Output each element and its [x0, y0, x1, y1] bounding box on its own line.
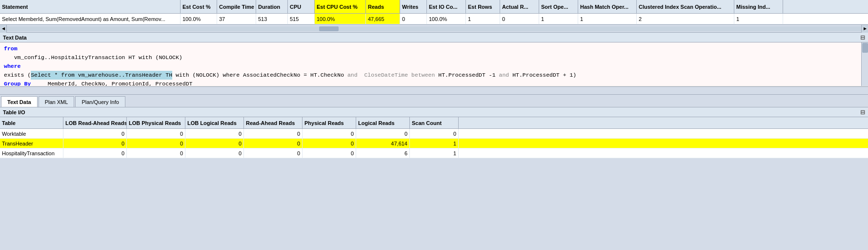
io-header-table[interactable]: Table — [0, 117, 63, 128]
io-cell-1-7: 1 — [410, 139, 459, 148]
tab-2[interactable]: Plan/Query Info — [75, 96, 125, 107]
grid-header-estcpucost[interactable]: Est CPU Cost % — [315, 0, 366, 13]
io-cell-2-0: HospitalityTransaction — [0, 148, 63, 158]
io-cell-2-6: 6 — [356, 148, 410, 158]
tabs-bar: Text DataPlan XMLPlan/Query Info — [0, 95, 868, 107]
io-cell-1-5: 0 — [303, 139, 356, 148]
code-horizontal-scrollbar[interactable] — [0, 86, 868, 94]
io-cell-0-7: 0 — [410, 129, 459, 138]
grid-cell-0-11: 1 — [539, 14, 578, 24]
code-line-0: from — [4, 44, 864, 53]
grid-cell-0-2: 37 — [217, 14, 256, 24]
scroll-thumb[interactable] — [319, 26, 339, 31]
grid-cell-0-10: 0 — [500, 14, 539, 24]
kw-where: where — [4, 62, 21, 71]
io-cell-1-3: 0 — [185, 139, 244, 148]
io-cell-0-0: Worktable — [0, 129, 63, 138]
grid-cell-0-12: 1 — [578, 14, 637, 24]
scroll-track — [7, 26, 868, 31]
io-header-read-ahead-reads[interactable]: Read-Ahead Reads — [244, 117, 303, 128]
code-line-2: where — [4, 62, 864, 71]
io-cell-0-3: 0 — [185, 129, 244, 138]
text-ht2: HT.ProcessedDT + 1) — [509, 71, 576, 80]
text-ht1: HT.ProcessedDT -1 — [435, 71, 499, 80]
io-cell-0-6: 0 — [356, 129, 410, 138]
grid-header-estcost[interactable]: Est Cost % — [181, 0, 217, 13]
text-between: between — [411, 71, 435, 80]
code-line-3: exists (Select * from vm_warehouse..Tran… — [4, 71, 864, 80]
grid-header-sortope[interactable]: Sort Ope... — [539, 0, 578, 13]
table-io-resize-icon[interactable]: ⊟ — [860, 109, 865, 116]
grid-header-duration[interactable]: Duration — [256, 0, 288, 13]
grid-header-missing[interactable]: Missing Ind... — [734, 0, 783, 13]
grid-header-hashmatch[interactable]: Hash Match Oper... — [578, 0, 637, 13]
grid-cell-0-4: 515 — [288, 14, 315, 24]
text-data-title-bar: Text Data ⊟ — [0, 33, 868, 42]
text-data-title: Text Data — [3, 35, 27, 41]
text-and: and — [347, 71, 358, 80]
io-row-2: HospitalityTransaction0000061 — [0, 148, 868, 158]
grid-header-row: StatementEst Cost %Compile TimeDurationC… — [0, 0, 868, 14]
io-cell-1-1: 0 — [63, 139, 127, 148]
scroll-right-button[interactable]: ▶ — [861, 25, 868, 33]
table-io-title-bar: Table I/O ⊟ — [0, 107, 868, 117]
io-cell-2-2: 0 — [127, 148, 185, 158]
code-area: from vm_config..HospitalityTransaction H… — [0, 42, 868, 86]
table-io-panel: Table I/O ⊟ TableLOB Read-Ahead ReadsLOB… — [0, 107, 868, 158]
io-cell-1-6: 47,614 — [356, 139, 410, 148]
grid-cell-0-6: 47,665 — [366, 14, 400, 24]
io-header-logical-reads[interactable]: Logical Reads — [356, 117, 410, 128]
v-scroll-thumb[interactable] — [862, 43, 868, 53]
grid-header-writes[interactable]: Writes — [400, 0, 427, 13]
text-exists: exists ( — [4, 71, 31, 80]
io-cell-0-4: 0 — [244, 129, 303, 138]
io-header-lob-read-ahead-reads[interactable]: LOB Read-Ahead Reads — [63, 117, 127, 128]
code-line-1: vm_config..HospitalityTransaction HT wit… — [4, 53, 864, 62]
code-line-4: Group By MemberId, CheckNo, PromotionId,… — [4, 80, 864, 86]
table-io-title: Table I/O — [3, 109, 25, 115]
kw-from: from — [4, 44, 18, 53]
tab-1[interactable]: Plan XML — [39, 96, 75, 107]
text-data-panel: Text Data ⊟ from vm_config..HospitalityT… — [0, 33, 868, 95]
io-cell-0-5: 0 — [303, 129, 356, 138]
io-row-1: TransHeader0000047,6141 — [0, 139, 868, 148]
grid-header-estio[interactable]: Est IO Co... — [427, 0, 466, 13]
grid-header-clustered[interactable]: Clustered Index Scan Operatio... — [637, 0, 734, 13]
io-cell-2-3: 0 — [185, 148, 244, 158]
scroll-left-button[interactable]: ◀ — [0, 25, 7, 33]
tab-0[interactable]: Text Data — [1, 96, 38, 107]
grid-header-cpu[interactable]: CPU — [288, 0, 315, 13]
io-cell-2-4: 0 — [244, 148, 303, 158]
grid-header-reads[interactable]: Reads — [366, 0, 400, 13]
io-cell-0-2: 0 — [127, 129, 185, 138]
text-select-highlight: Select * from vm_warehouse..TransHeader … — [31, 71, 172, 80]
vertical-scrollbar[interactable] — [861, 42, 868, 86]
io-header-lob-physical-reads[interactable]: LOB Physical Reads — [127, 117, 185, 128]
grid-cell-0-9: 1 — [466, 14, 500, 24]
grid-header-compile[interactable]: Compile Time — [217, 0, 256, 13]
io-cell-1-2: 0 — [127, 139, 185, 148]
horizontal-scrollbar[interactable]: ◀ ▶ — [0, 25, 868, 33]
io-row-0: Worktable0000000 — [0, 129, 868, 139]
grid-cell-0-8: 100.0% — [427, 14, 466, 24]
io-header-lob-logical-reads[interactable]: LOB Logical Reads — [185, 117, 244, 128]
text-with: with (NOLOCK) where AssociatedCheckNo = … — [172, 71, 347, 80]
resize-icon[interactable]: ⊟ — [860, 34, 865, 41]
io-header-physical-reads[interactable]: Physical Reads — [303, 117, 356, 128]
io-cell-1-0: TransHeader — [0, 139, 63, 148]
grid-cell-0-3: 513 — [256, 14, 288, 24]
top-grid-section: StatementEst Cost %Compile TimeDurationC… — [0, 0, 868, 25]
io-header-scan-count[interactable]: Scan Count — [410, 117, 459, 128]
grid-cell-0-1: 100.0% — [181, 14, 217, 24]
io-cell-0-1: 0 — [63, 129, 127, 138]
grid-header-estrows[interactable]: Est Rows — [466, 0, 500, 13]
grid-header-actualr[interactable]: Actual R... — [500, 0, 539, 13]
text-close: CloseDateTime — [358, 71, 411, 80]
grid-cell-0-7: 0 — [400, 14, 427, 24]
grid-header-statement[interactable]: Statement — [0, 0, 181, 13]
grid-row-0: Select MemberId, Sum(RemovedAmount) as A… — [0, 14, 868, 24]
io-cell-1-4: 0 — [244, 139, 303, 148]
kw-group: Group By — [4, 80, 31, 86]
grid-cell-0-13: 2 — [637, 14, 734, 24]
io-cell-2-7: 1 — [410, 148, 459, 158]
